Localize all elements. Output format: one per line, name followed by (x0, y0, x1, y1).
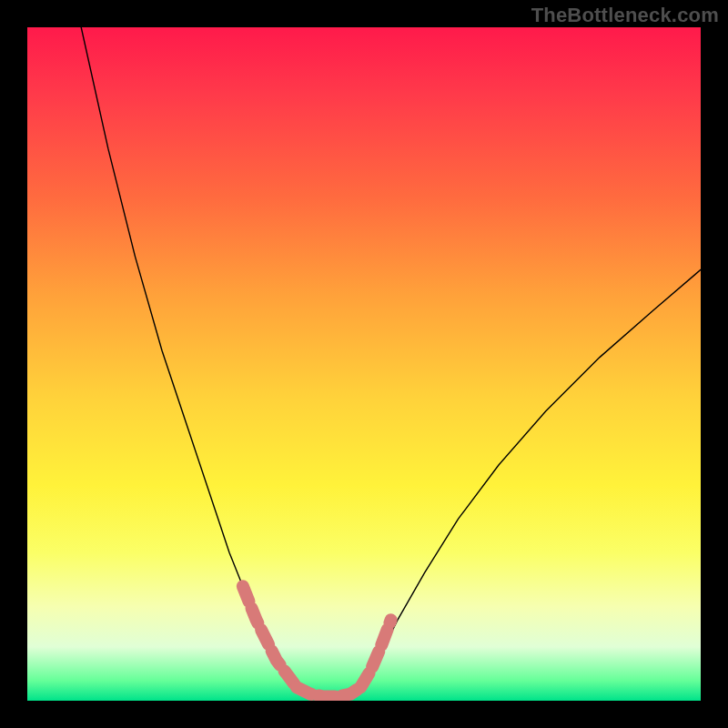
curve-layer (27, 27, 701, 701)
highlight-right-dashed (360, 620, 390, 687)
chart-frame: TheBottleneck.com (0, 0, 728, 728)
watermark-text: TheBottleneck.com (531, 4, 719, 27)
bottleneck-curve (81, 27, 701, 697)
highlight-left-dashed (243, 586, 297, 687)
plot-area (27, 27, 701, 701)
highlight-floor-dashed (297, 687, 360, 696)
